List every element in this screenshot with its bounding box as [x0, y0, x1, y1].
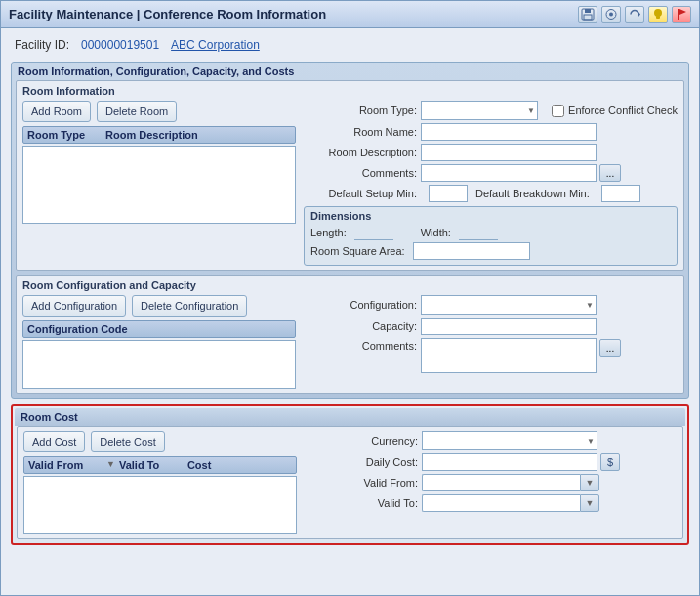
valid-to-dropdown-btn[interactable]: ▼ — [580, 494, 599, 512]
currency-select-wrapper — [422, 431, 597, 450]
width-input[interactable] — [459, 225, 498, 240]
room-type-label: Room Type: — [304, 105, 421, 116]
svg-marker-9 — [679, 9, 686, 15]
configuration-label: Configuration: — [304, 299, 421, 311]
room-name-row: Room Name: — [304, 123, 678, 141]
room-name-input[interactable] — [421, 123, 597, 141]
length-label: Length: — [310, 227, 347, 238]
disk-icon[interactable] — [601, 6, 621, 23]
room-type-select[interactable] — [421, 101, 538, 120]
facility-link[interactable]: ABC Corporation — [171, 38, 260, 52]
room-type-select-wrapper — [421, 101, 538, 120]
valid-from-dropdown-btn[interactable]: ▼ — [580, 474, 599, 491]
enforce-label: Enforce Conflict Check — [568, 105, 678, 116]
capacity-row: Capacity: — [304, 318, 678, 335]
content-area: Facility ID: 000000019501 ABC Corporatio… — [1, 28, 699, 595]
main-window: Facility Maintenance | Conference Room I… — [0, 0, 700, 596]
daily-cost-row: Daily Cost: $ — [305, 453, 677, 471]
configuration-row: Configuration: — [304, 295, 678, 315]
config-comments-ellipsis-button[interactable]: ... — [599, 339, 621, 357]
length-input[interactable] — [354, 225, 393, 240]
valid-to-header: Valid To — [119, 459, 187, 471]
capacity-label: Capacity: — [304, 320, 421, 332]
configuration-select[interactable] — [421, 295, 597, 315]
room-cost-inner: Add Cost Delete Cost Valid From ▼ Valid … — [17, 426, 683, 539]
delete-room-button[interactable]: Delete Room — [97, 101, 177, 122]
facility-row: Facility ID: 000000019501 ABC Corporatio… — [11, 36, 689, 54]
svg-point-4 — [609, 13, 613, 17]
enforce-checkbox[interactable] — [552, 105, 564, 117]
svg-marker-5 — [638, 12, 640, 17]
config-code-header: Configuration Code — [27, 323, 291, 335]
main-section: Room Information, Configuration, Capacit… — [11, 62, 689, 399]
cost-valid-from-label: Valid From: — [305, 477, 422, 489]
page-title: Facility Maintenance | Conference Room I… — [9, 7, 326, 21]
main-section-title: Room Information, Configuration, Capacit… — [12, 63, 688, 80]
room-grid — [22, 146, 296, 224]
capacity-input[interactable] — [421, 318, 597, 335]
valid-from-input[interactable] — [422, 474, 580, 491]
config-btn-row: Add Configuration Delete Configuration — [22, 295, 296, 317]
daily-cost-label: Daily Cost: — [305, 456, 422, 468]
room-config-title: Room Configuration and Capacity — [22, 279, 678, 295]
config-grid — [22, 340, 296, 389]
daily-cost-input[interactable] — [422, 453, 597, 471]
room-btn-row: Add Room Delete Room — [22, 101, 296, 122]
add-configuration-button[interactable]: Add Configuration — [22, 295, 126, 317]
room-config-left: Add Configuration Delete Configuration C… — [22, 295, 296, 389]
valid-to-wrapper: ▼ — [422, 494, 599, 512]
square-row: Room Square Area: — [310, 242, 671, 260]
room-config-layout: Add Configuration Delete Configuration C… — [22, 295, 678, 389]
cost-valid-to-label: Valid To: — [305, 497, 422, 509]
add-cost-button[interactable]: Add Cost — [23, 431, 85, 452]
default-breakdown-input[interactable] — [601, 185, 640, 202]
cost-valid-from-row: Valid From: ▼ — [305, 474, 677, 491]
room-info-title: Room Information — [22, 85, 678, 101]
delete-configuration-button[interactable]: Delete Configuration — [132, 295, 247, 317]
currency-select[interactable] — [422, 431, 597, 450]
setup-row: Default Setup Min: Default Breakdown Min… — [304, 185, 678, 202]
room-col-headers: Room Type Room Description — [22, 126, 296, 144]
valid-from-header: Valid From — [28, 459, 106, 471]
toolbar-icons — [578, 6, 691, 23]
flag-icon[interactable] — [672, 6, 691, 23]
svg-rect-2 — [584, 15, 592, 20]
room-info-layout: Add Room Delete Room Room Type Room Desc… — [22, 101, 678, 266]
sort-icon: ▼ — [106, 459, 115, 471]
valid-to-input[interactable] — [422, 494, 580, 512]
cost-btn-row: Add Cost Delete Cost — [23, 431, 297, 452]
room-cost-layout: Add Cost Delete Cost Valid From ▼ Valid … — [23, 431, 677, 534]
save-icon[interactable] — [578, 6, 597, 23]
default-breakdown-label: Default Breakdown Min: — [475, 188, 594, 199]
comments-ellipsis-button[interactable]: ... — [599, 164, 621, 182]
room-desc-input[interactable] — [421, 144, 597, 161]
cost-grid — [23, 476, 297, 534]
svg-rect-7 — [656, 16, 660, 19]
room-type-header: Room Type — [27, 129, 105, 141]
room-info-left: Add Room Delete Room Room Type Room Desc… — [22, 101, 296, 266]
refresh-icon[interactable] — [625, 6, 644, 23]
config-comments-textarea[interactable] — [421, 338, 597, 373]
default-setup-input[interactable] — [429, 185, 468, 202]
room-square-input[interactable] — [413, 242, 530, 260]
valid-from-wrapper: ▼ — [422, 474, 599, 491]
room-desc-header: Room Description — [105, 129, 291, 141]
dimensions-title: Dimensions — [310, 210, 671, 222]
comments-input[interactable] — [421, 164, 597, 182]
length-row: Length: Width: — [310, 225, 671, 240]
room-desc-row: Room Description: — [304, 144, 678, 161]
title-bar: Facility Maintenance | Conference Room I… — [1, 1, 699, 28]
room-config-right: Configuration: Capacity: Comment — [304, 295, 678, 389]
bulb-icon[interactable] — [648, 6, 668, 23]
facility-id-label: Facility ID: — [15, 38, 69, 52]
width-label: Width: — [421, 227, 451, 238]
cost-header: Cost — [187, 459, 211, 471]
add-room-button[interactable]: Add Room — [22, 101, 91, 122]
comments-label: Comments: — [304, 167, 421, 179]
svg-rect-1 — [585, 9, 591, 13]
delete-cost-button[interactable]: Delete Cost — [91, 431, 164, 452]
cost-col-headers: Valid From ▼ Valid To Cost — [23, 456, 297, 474]
room-cost-right: Currency: Daily Cost: $ — [305, 431, 677, 534]
room-info-section: Room Information Add Room Delete Room Ro… — [16, 80, 684, 271]
room-info-right: Room Type: Enforce Conflict Check — [304, 101, 678, 266]
